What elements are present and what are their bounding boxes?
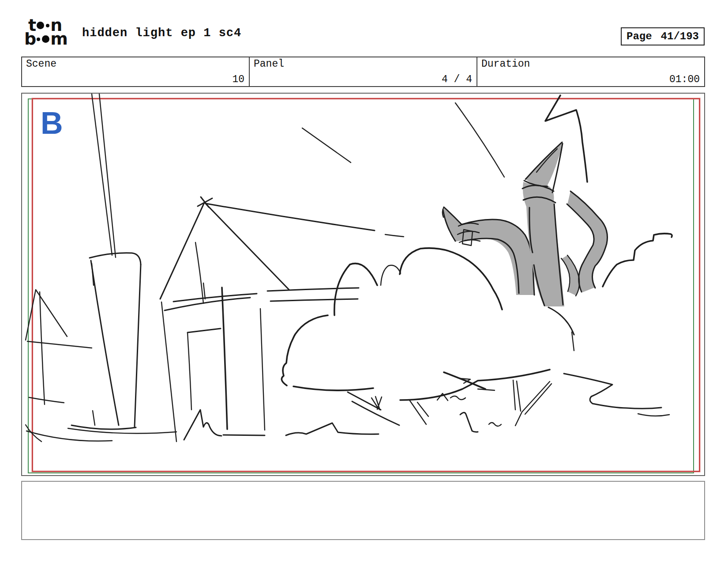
storyboard-sketch	[22, 94, 704, 475]
logo-dot-icon	[42, 35, 49, 43]
toonboom-logo: t n b m	[24, 19, 68, 46]
logo-dot-icon	[46, 24, 49, 27]
storyboard-panel: B	[21, 93, 705, 476]
caption-box	[21, 481, 705, 540]
scene-cell: Scene 10	[22, 57, 249, 86]
logo-letter: m	[50, 32, 68, 46]
project-title: hidden light ep 1 sc4	[82, 26, 241, 40]
page-indicator: Page 41/193	[621, 27, 705, 45]
sketch-pole	[92, 94, 116, 257]
logo-letter: b	[24, 32, 36, 46]
logo-dot-icon	[37, 38, 40, 41]
shot-info-table: Scene 10 Panel 4 / 4 Duration 01:00	[21, 57, 705, 87]
scene-value: 10	[232, 74, 244, 85]
panel-cell: Panel 4 / 4	[249, 57, 477, 86]
sketch-smoke	[561, 191, 608, 351]
sketch-motion-lines	[302, 103, 504, 177]
page-label: Page	[627, 30, 652, 42]
panel-label: Panel	[254, 58, 284, 70]
storyboard-page: { "header": { "logo": { "top_left": "t",…	[0, 0, 728, 563]
sketch-dust-cloud	[281, 234, 672, 426]
page-number: 41/193	[661, 30, 699, 42]
sketch-barn	[160, 197, 404, 442]
duration-label: Duration	[481, 58, 530, 70]
toonboom-logo-row-bottom: b m	[24, 32, 68, 46]
duration-cell: Duration 01:00	[477, 57, 704, 86]
panel-letter-marker: B	[41, 108, 63, 139]
scene-label: Scene	[26, 58, 56, 70]
logo-dot-icon	[37, 22, 44, 29]
panel-value: 4 / 4	[442, 74, 472, 85]
sketch-ground	[286, 374, 669, 435]
duration-value: 01:00	[669, 74, 700, 85]
sketch-building	[68, 253, 176, 434]
